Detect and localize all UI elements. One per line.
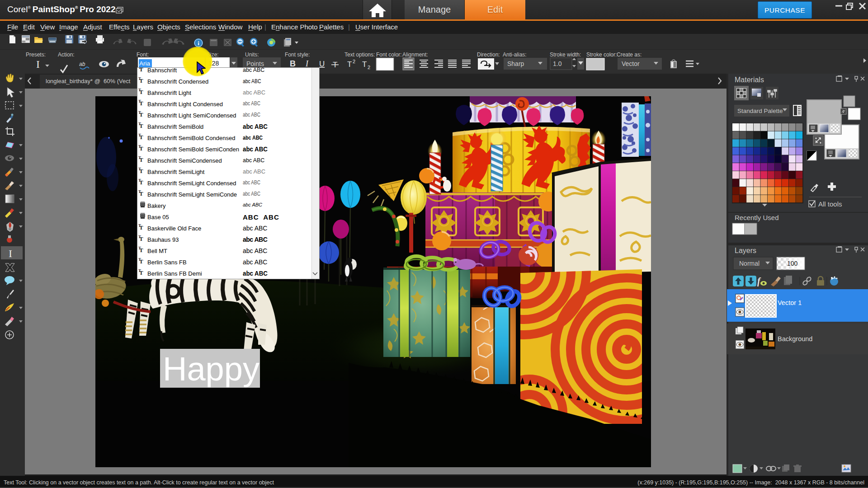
svg-text:T: T bbox=[347, 60, 352, 69]
svg-text:Vector: Vector bbox=[622, 60, 640, 67]
svg-text:I: I bbox=[305, 59, 309, 68]
svg-text:All tools: All tools bbox=[818, 200, 842, 208]
svg-text:Standard Palette: Standard Palette bbox=[737, 108, 783, 114]
svg-text:Normal: Normal bbox=[739, 260, 760, 267]
svg-text:ab: ab bbox=[79, 61, 85, 67]
svg-text:Recently Used: Recently Used bbox=[735, 214, 779, 221]
svg-text:Points: Points bbox=[246, 60, 264, 67]
svg-text:100: 100 bbox=[787, 260, 798, 267]
svg-text:Background: Background bbox=[778, 335, 812, 343]
svg-text:T: T bbox=[362, 60, 367, 69]
svg-text:i: i bbox=[198, 40, 199, 47]
svg-text:Sharp: Sharp bbox=[507, 60, 524, 67]
svg-text:I: I bbox=[36, 58, 40, 70]
svg-text:U: U bbox=[319, 60, 325, 68]
svg-text:Materials: Materials bbox=[735, 76, 764, 84]
svg-text:Vector 1: Vector 1 bbox=[778, 299, 802, 306]
svg-text:I: I bbox=[9, 248, 12, 259]
svg-text:B: B bbox=[290, 59, 296, 68]
svg-text:Happy: Happy bbox=[163, 350, 259, 388]
svg-text:2: 2 bbox=[368, 65, 370, 70]
svg-text:Aria: Aria bbox=[139, 60, 150, 67]
svg-text:2: 2 bbox=[353, 59, 355, 64]
svg-text:1.0: 1.0 bbox=[553, 60, 562, 67]
svg-text:Layers: Layers bbox=[735, 247, 756, 254]
